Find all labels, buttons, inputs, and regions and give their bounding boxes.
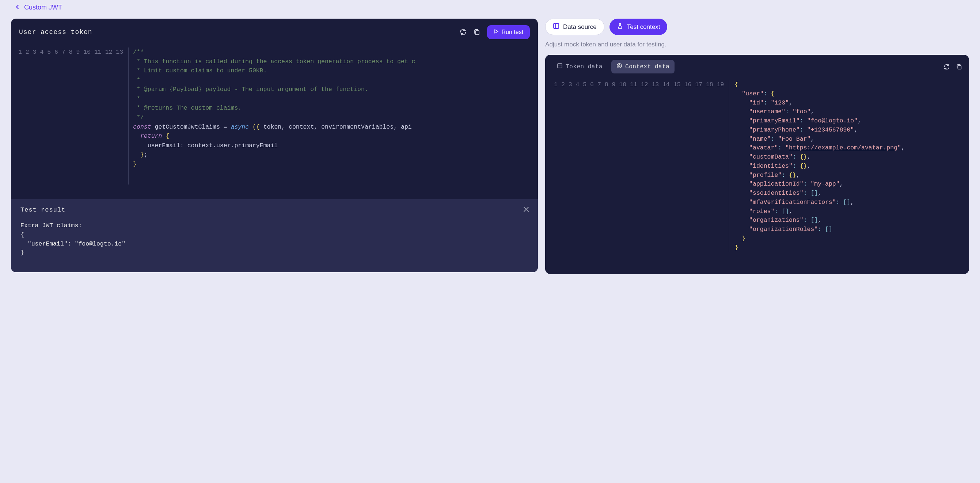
data-source-label: Data source <box>563 23 597 31</box>
tab-token-data[interactable]: Token data <box>552 60 608 73</box>
editor-title: User access token <box>19 29 92 36</box>
flask-icon <box>617 23 624 31</box>
tab-token-data-label: Token data <box>566 64 603 70</box>
svg-rect-1 <box>554 23 559 29</box>
box-icon <box>557 63 563 70</box>
svg-rect-7 <box>958 65 961 69</box>
tab-context-data[interactable]: Context data <box>611 60 675 73</box>
svg-point-6 <box>619 65 620 66</box>
test-result-body: Extra JWT claims: { "userEmail": "foo@lo… <box>21 221 528 257</box>
refresh-icon[interactable] <box>459 29 467 36</box>
helper-text: Adjust mock token and user data for test… <box>545 41 969 48</box>
code-lines[interactable]: /** * This function is called during the… <box>128 48 538 184</box>
breadcrumb[interactable]: Custom JWT <box>11 4 969 11</box>
back-icon[interactable] <box>14 4 21 11</box>
data-source-pill[interactable]: Data source <box>545 19 605 35</box>
tab-context-data-label: Context data <box>625 64 670 70</box>
panel-icon <box>553 23 559 31</box>
test-result-panel: Test result Extra JWT claims: { "userEma… <box>11 199 538 272</box>
breadcrumb-label[interactable]: Custom JWT <box>24 4 62 11</box>
code-editor-panel: User access token Run test <box>11 19 538 272</box>
copy-icon[interactable] <box>473 29 480 36</box>
test-context-label: Test context <box>627 23 660 31</box>
svg-rect-0 <box>476 31 479 35</box>
code-editor[interactable]: 1 2 3 4 5 6 7 8 9 10 11 12 13 /** * This… <box>11 46 538 199</box>
json-lines[interactable]: { "user": { "id": "123", "username": "fo… <box>729 80 969 252</box>
json-editor[interactable]: 1 2 3 4 5 6 7 8 9 10 11 12 13 14 15 16 1… <box>545 79 969 274</box>
test-result-title: Test result <box>21 207 528 213</box>
run-test-label: Run test <box>502 29 523 35</box>
close-icon[interactable] <box>522 206 530 215</box>
copy-icon[interactable] <box>956 64 963 70</box>
user-icon <box>616 63 622 70</box>
svg-rect-3 <box>558 64 562 68</box>
line-gutter: 1 2 3 4 5 6 7 8 9 10 11 12 13 14 15 16 1… <box>545 80 729 252</box>
play-icon <box>494 29 499 35</box>
json-panel: Token data Context data <box>545 55 969 274</box>
run-test-button[interactable]: Run test <box>487 25 530 39</box>
refresh-icon[interactable] <box>943 64 950 70</box>
line-gutter: 1 2 3 4 5 6 7 8 9 10 11 12 13 <box>11 48 128 184</box>
test-context-pill[interactable]: Test context <box>609 19 668 35</box>
